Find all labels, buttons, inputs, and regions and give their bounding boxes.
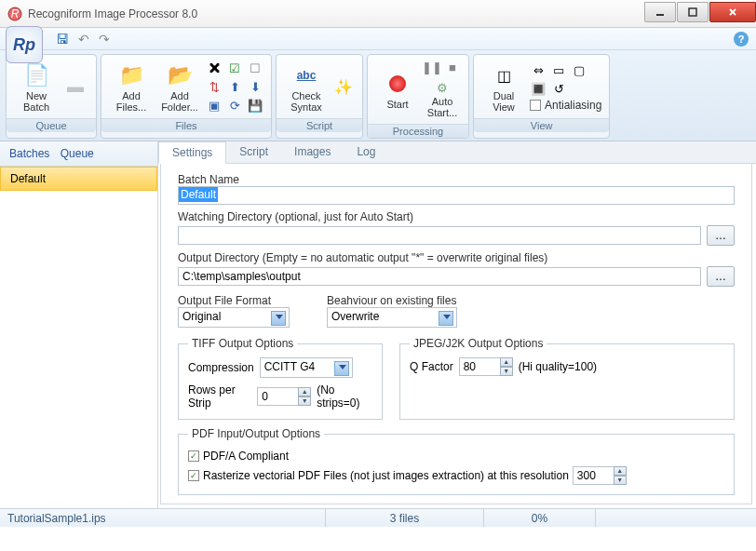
settings-panel: Batch Name Default Watching Directory (o… [160,164,752,504]
check-syntax-button[interactable]: abc Check Syntax [284,59,329,114]
tab-images[interactable]: Images [281,141,344,163]
delete-batch-button[interactable]: ▬ [62,70,88,103]
sort-desc-icon[interactable]: ⬇ [247,78,263,95]
qfactor-down-icon[interactable]: ▼ [500,367,513,376]
minimize-button[interactable] [644,2,676,22]
files-small-buttons-col1: 🗙 ⇅ ▣ [206,60,223,114]
delete-icon: ▬ [61,72,90,101]
sidebar-tab-queue[interactable]: Queue [61,147,94,160]
main-area: Batches Queue Default Settings Script Im… [0,141,756,508]
tab-log[interactable]: Log [344,141,388,163]
zoom-in-icon[interactable]: 🔳 [530,80,547,97]
sidebar-item-default[interactable]: Default [0,167,157,191]
pause-icon[interactable]: ❚❚ [424,59,440,75]
res-up-icon[interactable]: ▲ [614,466,627,476]
ribbon-group-script: abc Check Syntax ✨ Script [276,54,363,139]
rasterize-checkbox[interactable]: ✓ Rasterize vectorial PDF Files (not jus… [188,466,724,485]
rows-input[interactable] [257,387,298,406]
rasterize-label: Rasterize vectorial PDF Files (not just … [203,469,569,482]
ribbon-group-processing: Start ❚❚ ■ ⚙ Auto Start... Processing [367,54,469,139]
sort-icon[interactable]: ⇅ [206,78,223,95]
pdfa-checkbox[interactable]: ✓ PDF/A Compliant [188,450,724,463]
image-icon[interactable]: ▣ [206,97,223,114]
save-icon[interactable]: 🖫 [56,32,69,47]
qfactor-up-icon[interactable]: ▲ [500,357,513,367]
help-icon[interactable]: ? [734,32,749,47]
fit-page-icon[interactable]: ▭ [550,61,567,78]
undo-icon[interactable]: ↶ [78,32,89,47]
pdfa-label: PDF/A Compliant [203,450,289,463]
sidebar: Batches Queue Default [0,141,158,508]
check-all-icon[interactable]: ☑ [226,60,243,76]
rows-down-icon[interactable]: ▼ [298,396,311,406]
tab-settings[interactable]: Settings [158,141,226,164]
folder-files-icon: 📁 [116,60,146,90]
rows-label: Rows per Strip [188,383,251,410]
check-syntax-label: Check Syntax [290,90,322,113]
redo-icon[interactable]: ↷ [99,32,110,47]
ribbon-group-script-title: Script [277,118,362,132]
output-dir-input[interactable] [178,267,701,286]
new-batch-label: New Batch [23,90,49,113]
output-format-select[interactable]: Original [178,307,290,328]
app-icon: R [7,7,22,21]
new-batch-button[interactable]: 📄 New Batch [14,59,59,114]
zoom-out-icon[interactable]: ↺ [550,80,567,97]
status-percent: 0% [484,509,596,527]
add-folder-label: Add Folder... [161,90,198,113]
record-icon [383,69,412,99]
ribbon-group-files: 📁 Add Files... 📂 Add Folder... 🗙 ⇅ ▣ ☑ ⬆… [101,54,272,139]
remove-file-icon[interactable]: 🗙 [206,60,223,76]
tab-script[interactable]: Script [226,141,281,163]
compression-value: CCITT G4 [264,360,315,373]
qfactor-input[interactable] [459,357,500,376]
add-folder-button[interactable]: 📂 Add Folder... [157,59,202,114]
output-dir-browse-button[interactable]: … [707,266,735,287]
save-list-icon[interactable]: 💾 [247,97,263,114]
files-small-buttons-col3: ☐ ⬇ 💾 [247,60,263,114]
jpeg-fieldset: JPEG/J2K Output Options Q Factor ▲▼ (Hi … [399,337,735,420]
content-tabs: Settings Script Images Log [158,141,756,164]
dual-view-button[interactable]: ◫ Dual View [481,59,526,114]
resolution-stepper[interactable]: ▲▼ [573,466,627,485]
fit-width-icon[interactable]: ⇔ [530,61,547,78]
antialiasing-checkbox[interactable]: Antialiasing [530,99,601,112]
add-files-button[interactable]: 📁 Add Files... [109,59,154,114]
resolution-input[interactable] [573,466,614,485]
qfactor-stepper[interactable]: ▲▼ [459,357,513,376]
uncheck-all-icon[interactable]: ☐ [247,60,263,76]
res-down-icon[interactable]: ▼ [614,476,627,485]
checkbox-checked-icon: ✓ [188,470,199,481]
sidebar-header: Batches Queue [0,141,157,167]
qfactor-hint: (Hi quality=100) [519,360,597,373]
wizard-button[interactable]: ✨ [332,70,355,103]
sort-asc-icon[interactable]: ⬆ [226,78,243,95]
actual-size-icon[interactable]: ▢ [571,61,587,78]
watching-dir-browse-button[interactable]: … [707,225,735,246]
output-dir-label: Output Directory (Empty = no automatic o… [178,251,735,264]
compression-select[interactable]: CCITT G4 [260,357,353,378]
rows-stepper[interactable]: ▲▼ [257,387,311,406]
jpeg-legend: JPEG/J2K Output Options [410,337,547,350]
add-files-label: Add Files... [116,90,146,113]
svg-rect-3 [689,8,696,16]
watching-dir-input[interactable] [178,226,701,245]
stop-icon[interactable]: ■ [444,59,461,75]
rows-up-icon[interactable]: ▲ [298,387,311,396]
folder-icon: 📂 [165,60,195,90]
behaviour-select[interactable]: Overwrite [327,307,457,328]
checkbox-icon [530,100,541,111]
app-logo[interactable]: Rp [6,26,43,63]
batch-name-input[interactable]: Default [178,186,735,205]
batch-name-label: Batch Name [178,173,735,186]
auto-start-label: Auto Start... [427,96,457,118]
maximize-button[interactable] [677,2,709,22]
pdf-fieldset: PDF Input/Output Options ✓ PDF/A Complia… [178,427,735,495]
sidebar-tab-batches[interactable]: Batches [9,147,49,160]
auto-start-button[interactable]: ⚙ Auto Start... [424,77,461,120]
refresh-icon[interactable]: ⟳ [226,97,243,114]
start-label: Start [386,99,408,110]
start-button[interactable]: Start [375,67,420,112]
processing-controls: ❚❚ ■ ⚙ Auto Start... [424,59,461,120]
close-button[interactable] [709,2,756,22]
